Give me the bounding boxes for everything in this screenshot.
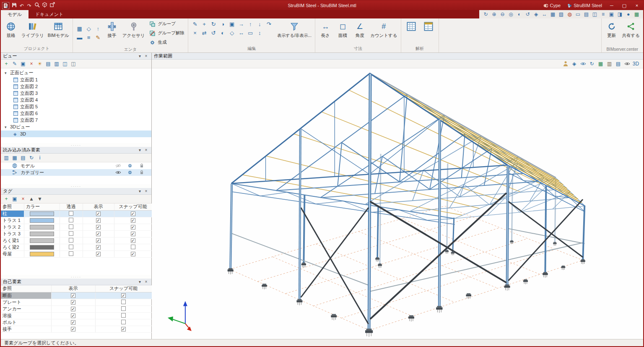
close-button[interactable]: × bbox=[631, 1, 643, 10]
frame-grid-icon[interactable]: ▦ bbox=[75, 24, 84, 33]
tag-color-cell[interactable] bbox=[24, 210, 60, 217]
view-cube-icon[interactable]: ◈ bbox=[570, 60, 578, 68]
drawings-alt-icon[interactable]: ◫ bbox=[70, 60, 77, 68]
zoom-in-icon[interactable]: ⊕ bbox=[490, 11, 498, 18]
checkbox[interactable]: ✓ bbox=[71, 313, 75, 318]
tree-group-3d-views[interactable]: ▾ 3Dビュー bbox=[1, 123, 151, 130]
lock-icon[interactable] bbox=[138, 169, 145, 176]
minimize-button[interactable]: ─ bbox=[605, 1, 618, 10]
tags-table-row[interactable]: ろく梁1✓✓ bbox=[1, 237, 152, 244]
cype-button[interactable]: Cype bbox=[540, 1, 564, 10]
tag-ref-cell[interactable]: トラス 3 bbox=[1, 230, 24, 237]
zoom-extents-icon[interactable]: ◎ bbox=[507, 11, 515, 18]
checkbox[interactable] bbox=[131, 245, 135, 249]
maximize-button[interactable]: ▢ bbox=[618, 1, 631, 10]
own-table-row[interactable]: アンカー✓ bbox=[1, 305, 152, 312]
search-icon[interactable] bbox=[33, 1, 41, 9]
new-view-icon[interactable]: + bbox=[3, 60, 10, 68]
own-table-row[interactable]: 溶接✓ bbox=[1, 312, 152, 319]
own-close-icon[interactable]: × bbox=[143, 279, 149, 284]
tag-color-cell[interactable] bbox=[24, 224, 60, 230]
stretch-icon[interactable]: ↔ bbox=[236, 29, 246, 37]
checkbox[interactable]: ✓ bbox=[96, 252, 101, 256]
bim-model-button[interactable]: BIMモデル bbox=[47, 20, 70, 40]
tree-item-elevation[interactable]: 立面図 5 bbox=[1, 103, 151, 110]
strubim-button[interactable]: StruBIM Steel bbox=[564, 1, 605, 10]
own-ref-cell[interactable]: 接手 bbox=[1, 326, 51, 332]
own-collapse-icon[interactable]: ▾ bbox=[137, 279, 143, 284]
erase-icon[interactable]: × bbox=[190, 29, 200, 37]
group-button[interactable]: グループ bbox=[147, 20, 186, 28]
ungroup-button[interactable]: グループ解除 bbox=[147, 29, 186, 37]
checkbox[interactable] bbox=[121, 306, 126, 311]
tags-collapse-icon[interactable]: ▾ bbox=[137, 189, 143, 193]
attach-icon[interactable]: ▥ bbox=[3, 154, 10, 162]
own-ref-cell[interactable]: 断面 bbox=[1, 292, 51, 299]
person-icon[interactable] bbox=[561, 60, 569, 68]
tag-ref-cell[interactable]: ろく梁1 bbox=[1, 237, 24, 244]
tags-close-icon[interactable]: × bbox=[143, 189, 149, 193]
visibility-icon[interactable] bbox=[579, 60, 587, 68]
grid-icon[interactable]: ▤ bbox=[582, 11, 590, 18]
count-button[interactable]: # カウントする bbox=[369, 20, 398, 40]
tags-table-row[interactable]: 柱✓✓ bbox=[1, 210, 152, 217]
library-button[interactable]: ライブラリ bbox=[20, 20, 45, 40]
snapshot-edit-icon[interactable]: ▥ bbox=[53, 60, 60, 68]
move-down-icon[interactable]: ▼ bbox=[36, 196, 44, 203]
takeoff-sheet-button[interactable] bbox=[421, 20, 436, 33]
area-button[interactable]: ◻ 面積 bbox=[335, 20, 351, 40]
tag-color-cell[interactable] bbox=[24, 237, 60, 244]
loaded-row[interactable]: モデル bbox=[1, 162, 151, 169]
info-icon[interactable]: i bbox=[36, 154, 44, 162]
checkbox[interactable]: ✓ bbox=[96, 218, 101, 223]
move-icon[interactable]: + bbox=[200, 20, 209, 29]
mirror-h-icon[interactable]: ◐ bbox=[218, 29, 227, 37]
checkbox[interactable] bbox=[121, 300, 126, 304]
length-button[interactable]: ↔ 長さ bbox=[317, 20, 333, 40]
tab-model[interactable]: モデル bbox=[1, 10, 29, 18]
own-table-row[interactable]: ボルト✓ bbox=[1, 319, 152, 326]
tree-item-elevation[interactable]: 立面図 6 bbox=[1, 110, 151, 117]
magnet-icon[interactable]: ◍ bbox=[566, 11, 574, 18]
tree-item-elevation[interactable]: 立面図 7 bbox=[1, 117, 151, 123]
show-hide-button[interactable]: 表示する/非表示... bbox=[276, 20, 313, 39]
checkbox[interactable]: ✓ bbox=[131, 225, 135, 230]
views-collapse-icon[interactable]: ▾ bbox=[137, 54, 143, 58]
app-logo-icon[interactable] bbox=[2, 2, 9, 9]
tree-group-front-views[interactable]: ▾ 正面ビュー bbox=[1, 69, 151, 76]
section-box-icon[interactable]: ▭ bbox=[246, 29, 255, 37]
raise-icon[interactable]: ↑ bbox=[246, 20, 255, 29]
tag-color-cell[interactable] bbox=[24, 244, 60, 250]
tags-table-row[interactable]: トラス 2✓✓ bbox=[1, 224, 152, 230]
angle-button[interactable]: ∠ 角度 bbox=[352, 20, 368, 40]
own-ref-cell[interactable]: アンカー bbox=[1, 305, 51, 312]
color-swatch[interactable] bbox=[30, 245, 54, 250]
orbit-view-icon[interactable]: ↻ bbox=[588, 60, 596, 68]
undo-icon[interactable]: ↶ bbox=[18, 2, 26, 10]
own-table-row[interactable]: プレート✓ bbox=[1, 299, 152, 305]
checkbox[interactable]: ✓ bbox=[131, 211, 135, 216]
tree-item-elevation[interactable]: 立面図 2 bbox=[1, 83, 151, 90]
tree-item-3d[interactable]: ◈3D bbox=[1, 130, 151, 137]
checkbox[interactable]: ✓ bbox=[71, 307, 75, 311]
checkbox[interactable] bbox=[121, 320, 126, 324]
checkbox[interactable] bbox=[69, 238, 73, 243]
checkbox[interactable]: ✓ bbox=[121, 327, 126, 331]
layout-a-icon[interactable]: ▦ bbox=[11, 154, 18, 162]
color-swatch[interactable] bbox=[30, 225, 54, 230]
insert-beams-icon[interactable]: ≡ bbox=[84, 33, 93, 42]
own-ref-cell[interactable]: プレート bbox=[1, 299, 51, 305]
sketch-plane-icon[interactable]: ◇ bbox=[84, 24, 93, 33]
loaded-close-icon[interactable]: × bbox=[143, 148, 149, 152]
color-swatch[interactable] bbox=[30, 211, 54, 216]
layout-b-icon[interactable]: ▤ bbox=[19, 154, 27, 162]
insert-beam-icon[interactable]: ▬ bbox=[75, 33, 84, 42]
objects-table-icon[interactable]: ▦ bbox=[597, 60, 605, 68]
elevation-icon[interactable]: ↕ bbox=[255, 29, 264, 37]
snapshot-icon[interactable]: ▤ bbox=[44, 60, 52, 68]
checkbox[interactable]: ✓ bbox=[131, 252, 135, 256]
panel-splitter[interactable]: ····· bbox=[1, 184, 151, 188]
tag-ref-cell[interactable]: ろく梁2 bbox=[1, 244, 24, 250]
checkbox[interactable] bbox=[69, 251, 73, 256]
checkbox[interactable]: ✓ bbox=[121, 293, 126, 298]
